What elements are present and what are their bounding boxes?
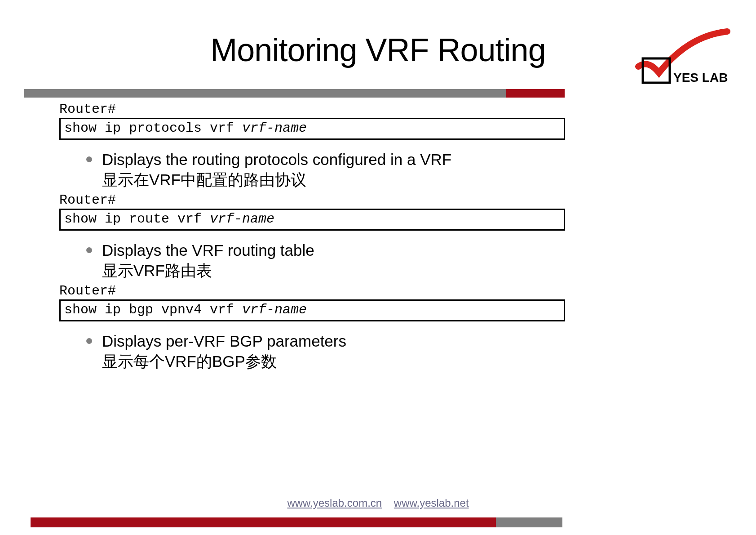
command-box: show ip route vrf vrf-name (59, 209, 565, 231)
command-text: show ip route vrf (64, 211, 210, 227)
bullet-icon (86, 156, 92, 162)
bullet-chinese: 显示VRF路由表 (102, 261, 567, 281)
footer-gray-bar (496, 517, 562, 527)
header-red-bar (506, 89, 565, 98)
content-area: Router# show ip protocols vrf vrf-name D… (59, 99, 567, 374)
bullet-icon (86, 338, 92, 344)
bullet-chinese: 显示在VRF中配置的路由协议 (102, 170, 567, 190)
command-text: show ip bgp vpnv4 vrf (64, 302, 242, 317)
command-box: show ip protocols vrf vrf-name (59, 118, 565, 140)
bullet-icon (86, 247, 92, 253)
command-argument: vrf-name (210, 211, 274, 227)
slide: Monitoring VRF Routing YES LAB Router# s… (0, 0, 756, 535)
yeslab-logo: YES LAB (629, 27, 733, 85)
bullet-row: Displays the VRF routing table (86, 241, 567, 260)
header-gray-bar (24, 89, 506, 98)
router-prompt: Router# (59, 283, 567, 299)
bullet-chinese: 显示每个VRF的BGP参数 (102, 352, 567, 371)
footer-link-2[interactable]: www.yeslab.net (394, 497, 469, 509)
command-box: show ip bgp vpnv4 vrf vrf-name (59, 299, 565, 321)
bullet-row: Displays the routing protocols configure… (86, 150, 567, 169)
footer-links: www.yeslab.com.cn www.yeslab.net (0, 497, 756, 509)
bullet-english: Displays the VRF routing table (102, 241, 314, 260)
router-prompt: Router# (59, 192, 567, 208)
command-text: show ip protocols vrf (64, 120, 242, 136)
bullet-english: Displays the routing protocols configure… (102, 150, 451, 169)
bullet-block: Displays the routing protocols configure… (86, 150, 567, 190)
footer-link-1[interactable]: www.yeslab.com.cn (287, 497, 382, 509)
bullet-block: Displays per-VRF BGP parameters 显示每个VRF的… (86, 331, 567, 372)
logo-text: YES LAB (673, 71, 728, 85)
command-argument: vrf-name (242, 120, 307, 136)
footer-red-bar (31, 517, 496, 527)
bullet-block: Displays the VRF routing table 显示VRF路由表 (86, 241, 567, 281)
router-prompt: Router# (59, 102, 567, 117)
bullet-english: Displays per-VRF BGP parameters (102, 331, 346, 351)
bullet-row: Displays per-VRF BGP parameters (86, 331, 567, 351)
command-argument: vrf-name (242, 302, 307, 317)
